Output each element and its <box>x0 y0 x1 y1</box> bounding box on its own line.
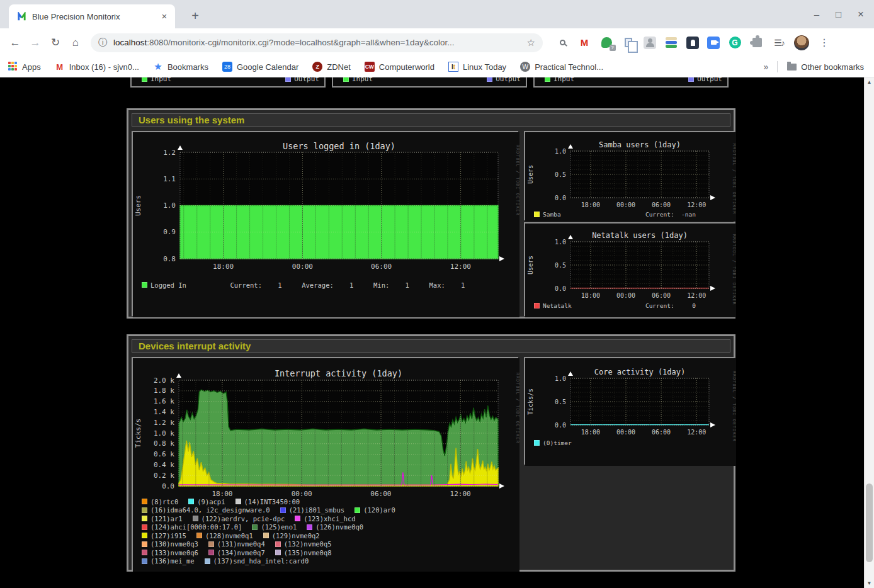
new-tab-button[interactable]: + <box>186 8 204 25</box>
network-graph-panel[interactable]: Input Output <box>332 77 527 88</box>
extensions-puzzle-icon[interactable] <box>750 36 764 50</box>
computerworld-icon: CW <box>365 62 375 72</box>
tab-close-icon[interactable]: × <box>159 11 170 22</box>
interrupt-activity-chart[interactable]: 0.00.2 k0.4 k0.6 k0.8 k1.0 k1.2 k1.4 k1.… <box>132 357 518 570</box>
browser-menu-icon[interactable]: ⋮ <box>817 36 831 50</box>
section-header: Devices interrupt activity <box>132 339 730 353</box>
voice-extension-icon[interactable] <box>599 36 613 50</box>
svg-text:1.2 k: 1.2 k <box>154 419 174 427</box>
legend-swatch <box>295 516 300 521</box>
grammarly-extension-icon[interactable]: G <box>728 36 742 50</box>
legend-item: (134)nvme0q7 <box>208 549 265 557</box>
bookmark-inbox[interactable]: M Inbox (16) - sjvn0... <box>55 62 139 72</box>
legend-item: (0)timer <box>534 439 572 446</box>
legend-item: (136)mei_me <box>142 557 195 565</box>
legend-item: (122)aerdrv, pcie-dpc <box>193 515 285 523</box>
input-label: Input <box>553 77 574 83</box>
bookmarks-overflow-chevron[interactable]: » <box>764 62 769 72</box>
book-icon <box>666 37 677 40</box>
legend-swatch <box>188 499 194 504</box>
chart-legend: (0)timer <box>525 439 734 448</box>
bookmarks-divider <box>777 61 778 72</box>
netatalk-users-chart[interactable]: 0.00.51.018:0000:0006:0012:00Netatalk us… <box>524 222 735 316</box>
section-title: Users using the system <box>139 115 244 125</box>
playlist-extension-icon[interactable]: ☰♪ <box>772 36 786 50</box>
legend-current: Current: 0 <box>645 302 696 309</box>
home-button[interactable]: ⌂ <box>67 34 84 52</box>
output-label: Output <box>697 77 722 83</box>
bookmark-star-icon[interactable]: ☆ <box>527 37 535 48</box>
wordpress-icon: W <box>520 62 530 72</box>
network-graph-panel[interactable]: Input Output <box>130 77 326 88</box>
legend-swatch <box>205 558 210 564</box>
other-bookmarks-button[interactable]: Other bookmarks <box>786 62 864 72</box>
legend-item: (125)eno1 <box>252 523 297 531</box>
bookmark-label: Computerworld <box>379 62 434 72</box>
svg-text:0.2 k: 0.2 k <box>154 472 174 480</box>
library-extension-icon[interactable] <box>664 36 678 50</box>
browser-tab[interactable]: Blue Precision Monitorix × <box>9 4 175 28</box>
copy-extension-icon[interactable] <box>621 36 635 50</box>
legend-current: Current: -nan <box>645 211 696 218</box>
person-extension-icon[interactable] <box>644 37 656 49</box>
output-swatch <box>487 77 492 82</box>
legend-swatch <box>142 516 147 521</box>
apps-grid-icon <box>8 62 18 72</box>
lamp-extension-icon[interactable] <box>686 37 699 49</box>
bookmark-label: Other bookmarks <box>801 62 864 72</box>
video-extension-icon[interactable] <box>707 37 720 49</box>
search-extension-icon[interactable] <box>555 36 569 50</box>
svg-text:0.5: 0.5 <box>555 262 566 269</box>
bookmark-bookmarks[interactable]: ★ Bookmarks <box>153 62 208 72</box>
bookmark-label: Inbox (16) - sjvn0... <box>69 62 139 72</box>
legend-item: (21)i801_smbus <box>280 506 345 514</box>
svg-text:RRDTOOL / TOBI OETIKER: RRDTOOL / TOBI OETIKER <box>732 371 736 442</box>
gmail-extension-icon[interactable]: M <box>577 36 591 50</box>
reload-button[interactable]: ↻ <box>47 34 64 52</box>
core-activity-chart[interactable]: 0.00.51.018:0000:0006:0012:00Core activi… <box>524 357 735 465</box>
legend-item: Netatalk <box>534 302 572 309</box>
chart-legend: SambaCurrent: -nan <box>525 210 734 219</box>
svg-text:Core activity (1day): Core activity (1day) <box>594 368 686 376</box>
svg-text:0.9: 0.9 <box>163 228 176 236</box>
svg-text:1.0 k: 1.0 k <box>154 429 174 438</box>
bookmark-zdnet[interactable]: Z ZDNet <box>312 62 351 72</box>
legend-item: (131)nvme0q4 <box>208 540 265 548</box>
url-bar[interactable]: ⓘ localhost:8080/monitorix-cgi/monitorix… <box>91 33 543 52</box>
svg-text:12:00: 12:00 <box>687 201 706 208</box>
window-minimize-button[interactable]: – <box>814 9 819 20</box>
page-scrollbar[interactable]: ▲ ▼ <box>864 77 874 588</box>
svg-text:RRDTOOL / TOBI OETIKER: RRDTOOL / TOBI OETIKER <box>732 144 736 215</box>
site-info-icon[interactable]: ⓘ <box>98 37 107 48</box>
scrollbar-thumb[interactable] <box>866 483 873 562</box>
svg-text:0.8: 0.8 <box>163 255 176 263</box>
bookmark-computerworld[interactable]: CW Computerworld <box>365 62 434 72</box>
bookmark-practical-technology[interactable]: W Practical Technol... <box>520 62 603 72</box>
scroll-down-arrow[interactable]: ▼ <box>865 579 874 588</box>
puzzle-icon <box>752 38 762 47</box>
bookmark-linux-today[interactable]: lt Linux Today <box>448 62 506 72</box>
chart-svg: 0.00.51.018:0000:0006:0012:00Samba users… <box>525 132 736 222</box>
chart-svg: 0.80.91.01.11.218:0000:0006:0012:00Users… <box>133 132 519 317</box>
samba-users-chart[interactable]: 0.00.51.018:0000:0006:0012:00Samba users… <box>524 131 735 220</box>
network-graph-panel[interactable]: Input Output <box>533 77 729 88</box>
svg-text:0.0: 0.0 <box>555 285 566 292</box>
tab-title: Blue Precision Monitorix <box>32 12 159 21</box>
users-logged-in-chart[interactable]: 0.80.91.01.11.218:0000:0006:0012:00Users… <box>132 131 518 316</box>
profile-avatar[interactable] <box>794 35 809 50</box>
svg-text:18:00: 18:00 <box>581 201 600 208</box>
window-maximize-button[interactable]: □ <box>836 9 841 20</box>
bookmark-apps[interactable]: Apps <box>8 62 41 72</box>
bookmark-label: Practical Technol... <box>535 62 603 72</box>
output-label: Output <box>294 77 319 83</box>
legend-item: (14)INT3450:00 <box>236 498 300 506</box>
window-close-button[interactable]: × <box>858 8 864 21</box>
bookmark-label: Apps <box>22 62 41 72</box>
bookmark-google-calendar[interactable]: 28 Google Calendar <box>222 62 298 72</box>
forward-button[interactable]: → <box>26 34 44 52</box>
scroll-up-arrow[interactable]: ▲ <box>865 77 874 87</box>
svg-text:0.6 k: 0.6 k <box>154 450 174 458</box>
book-icon <box>666 45 677 48</box>
svg-text:Samba users (1day): Samba users (1day) <box>599 140 681 149</box>
back-button[interactable]: ← <box>6 34 24 52</box>
